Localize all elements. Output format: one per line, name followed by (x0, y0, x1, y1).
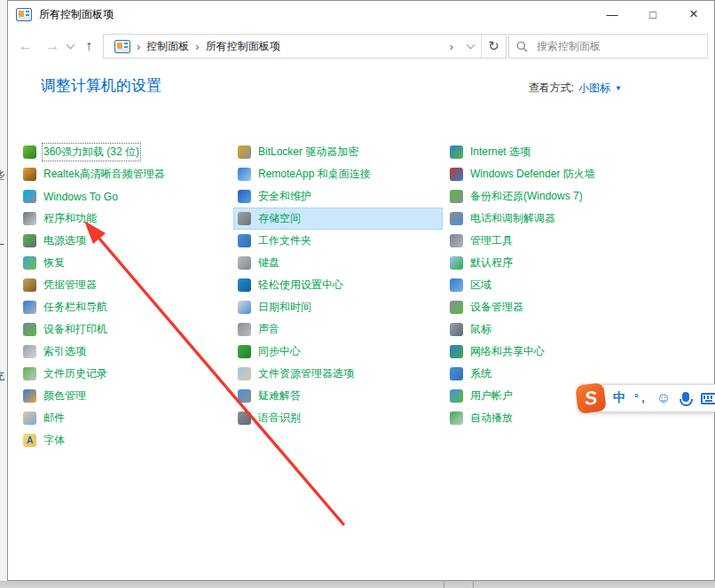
control-panel-item[interactable]: 声音 (233, 318, 443, 341)
control-panel-item[interactable]: 电话和调制解调器 (445, 208, 711, 230)
chevron-down-icon[interactable]: ▼ (615, 84, 622, 92)
control-panel-item[interactable]: 系统 (445, 363, 711, 385)
control-panel-item[interactable]: 网络和共享中心 (445, 341, 711, 363)
control-panel-item[interactable]: 设备管理器 (445, 296, 711, 318)
control-panel-item[interactable]: 颜色管理 (19, 385, 226, 407)
remoteapp-icon (238, 168, 251, 181)
microphone-icon[interactable] (680, 385, 692, 412)
360-uninstall-icon (23, 145, 36, 159)
control-panel-item[interactable]: 安全和维护 (233, 185, 443, 208)
work-folders-icon (238, 234, 251, 247)
control-panel-item[interactable]: 区域 (445, 274, 711, 296)
control-panel-item[interactable]: 设备和打印机 (19, 318, 226, 341)
breadcrumb-item[interactable]: 所有控制面板项 (206, 39, 280, 54)
ime-buttons: 中°，☺ (613, 385, 715, 412)
search-box[interactable] (508, 34, 708, 59)
window-controls: — □ × (592, 1, 714, 27)
internet-options-icon (450, 145, 463, 159)
control-panel-item[interactable]: 恢复 (19, 252, 226, 274)
file-explorer-options-icon (238, 367, 251, 380)
control-panel-icon (16, 8, 32, 21)
speech-recognition-icon (238, 412, 251, 425)
punctuation-icon[interactable]: °， (634, 385, 648, 412)
control-panel-item[interactable]: 电源选项 (19, 230, 226, 252)
item-label: 备份和还原(Windows 7) (470, 189, 583, 204)
search-input[interactable] (535, 39, 700, 53)
control-panel-item[interactable]: 疑难解答 (233, 385, 443, 407)
system-icon (450, 367, 463, 380)
navigation-bar: ← → ↑ › 控制面板 › 所有控制面板项 › ↻ (8, 27, 714, 65)
back-button[interactable]: ← (15, 27, 36, 65)
items-column-1: 360强力卸载 (32 位) Realtek高清晰音频管理器 Windows T… (19, 141, 226, 451)
control-panel-item[interactable]: 备份和还原(Windows 7) (445, 185, 711, 208)
autoplay-icon (450, 412, 463, 425)
control-panel-item[interactable]: 邮件 (19, 407, 226, 429)
control-panel-item[interactable]: Internet 选项 (445, 141, 711, 163)
control-panel-item[interactable]: RemoteApp 和桌面连接 (233, 163, 443, 185)
address-dropdown-button[interactable] (460, 35, 481, 58)
control-panel-item[interactable]: BitLocker 驱动器加密 (233, 141, 443, 163)
control-panel-item[interactable]: 键盘 (233, 252, 443, 274)
item-label: 网络和共享中心 (470, 344, 545, 359)
view-by-value[interactable]: 小图标 (578, 81, 610, 96)
window-title: 所有控制面板项 (39, 7, 592, 22)
control-panel-item[interactable]: 管理工具 (445, 230, 711, 252)
address-bar[interactable]: › 控制面板 › 所有控制面板项 › ↻ (103, 34, 507, 59)
keyboard-icon[interactable] (701, 385, 715, 412)
region-icon (450, 278, 463, 292)
control-panel-window: 所有控制面板项 — □ × ← → ↑ › 控制面板 › 所有控制面板项 (7, 0, 715, 581)
control-panel-item[interactable]: 程序和功能 (19, 208, 226, 230)
emoji-icon[interactable]: ☺ (656, 385, 671, 412)
mail-icon (23, 412, 36, 425)
item-label: 存储空间 (258, 211, 301, 226)
sound-icon (238, 323, 251, 336)
breadcrumb-separator-icon: › (195, 40, 199, 53)
storage-spaces-icon (238, 212, 251, 225)
control-panel-item[interactable]: 凭据管理器 (19, 274, 226, 296)
view-by-control: 查看方式: 小图标 ▼ (529, 81, 622, 96)
fonts-icon: A (23, 434, 36, 447)
programs-and-features-icon (23, 212, 36, 225)
control-panel-item[interactable]: 索引选项 (19, 341, 226, 363)
refresh-button[interactable]: ↻ (481, 35, 506, 58)
control-panel-item[interactable]: 文件资源管理器选项 (233, 363, 443, 385)
maximize-icon: □ (649, 8, 656, 21)
close-button[interactable]: × (673, 1, 714, 27)
breadcrumb: › 控制面板 › 所有控制面板项 (104, 39, 444, 54)
control-panel-item[interactable]: 360强力卸载 (32 位) (19, 141, 226, 163)
close-icon: × (689, 5, 698, 23)
control-panel-item[interactable]: Windows Defender 防火墙 (445, 163, 711, 185)
item-label: 默认程序 (470, 255, 513, 270)
control-panel-item[interactable]: Realtek高清晰音频管理器 (19, 163, 226, 185)
up-button[interactable]: ↑ (79, 27, 98, 65)
recent-pages-button[interactable] (63, 27, 77, 65)
item-label: 鼠标 (470, 322, 491, 337)
power-options-icon (23, 234, 36, 247)
control-panel-item[interactable]: A 字体 (19, 429, 226, 451)
sogou-logo-icon[interactable]: S (575, 382, 607, 414)
breadcrumb-item[interactable]: 控制面板 (146, 39, 189, 54)
maximize-button[interactable]: □ (632, 1, 673, 27)
control-panel-item[interactable]: 任务栏和导航 (19, 296, 226, 318)
minimize-button[interactable]: — (592, 1, 632, 27)
item-label: 程序和功能 (43, 211, 97, 226)
forward-button[interactable]: → (42, 27, 63, 65)
control-panel-item[interactable]: 工作文件夹 (233, 230, 443, 252)
control-panel-item[interactable]: 默认程序 (445, 252, 711, 274)
control-panel-item[interactable]: 文件历史记录 (19, 363, 226, 385)
item-label: 安全和维护 (258, 189, 311, 204)
item-label: 语音识别 (258, 411, 301, 426)
control-panel-item[interactable]: 鼠标 (445, 318, 711, 341)
control-panel-item[interactable]: 存储空间 (233, 208, 443, 230)
control-panel-item[interactable]: Windows To Go (19, 185, 226, 208)
background-text-fragment: 些 (0, 169, 7, 184)
chinese-mode-icon[interactable]: 中 (613, 385, 625, 412)
item-label: 系统 (470, 366, 491, 381)
control-panel-item[interactable]: 日期和时间 (233, 296, 443, 318)
item-label: 凭据管理器 (43, 278, 97, 293)
control-panel-item[interactable]: 同步中心 (233, 341, 443, 363)
item-label: 设备和打印机 (43, 322, 107, 337)
control-panel-item[interactable]: 轻松使用设置中心 (233, 274, 443, 296)
control-panel-item[interactable]: 语音识别 (233, 407, 443, 429)
administrative-tools-icon (450, 234, 463, 247)
